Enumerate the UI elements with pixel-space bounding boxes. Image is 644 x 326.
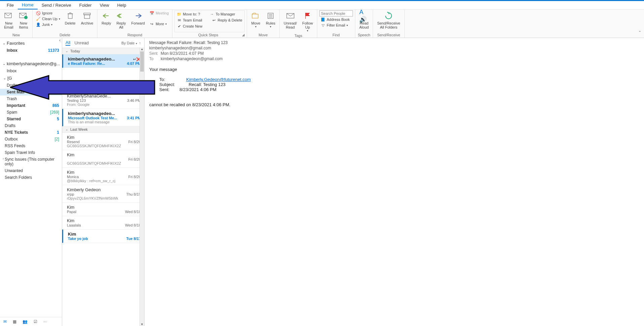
folder-sent-mail[interactable]: Sent Mail82 <box>0 89 62 95</box>
send-receive-all-button[interactable]: Send/Receive All Folders <box>375 10 402 30</box>
group-today[interactable]: ⌄Today <box>62 48 144 54</box>
folder-spam[interactable]: Spam[269] <box>0 109 62 116</box>
moveto-button[interactable]: 📁Move to: ? <box>175 11 201 17</box>
folder-trash[interactable]: Trash <box>0 95 62 102</box>
move-button[interactable]: Move▾ <box>249 10 263 29</box>
ribbon-group-new: New <box>2 32 30 38</box>
body-subject: Recall: Testing 123 <box>189 82 226 87</box>
message-list-pane: All Unread By Date ▾ ↑ ⌄Today kimberlysh… <box>62 38 145 326</box>
rules-button[interactable]: Rules▾ <box>264 10 277 29</box>
folder-inbox-fav[interactable]: Inbox11373 <box>0 47 62 54</box>
folder-drafts2[interactable]: Drafts <box>0 122 62 129</box>
message-item[interactable]: kimberlyshanagedeo...↩❌ e Recall Failure… <box>62 54 144 68</box>
menu-help[interactable]: Help <box>113 1 130 9</box>
message-item[interactable]: Kim LaaalalaWed 8/18 <box>62 216 144 230</box>
ignore-button[interactable]: 🚫Ignore <box>35 10 62 16</box>
to-manager-button[interactable]: →To Manager <box>208 11 236 17</box>
new-items-button[interactable]: New Items <box>17 10 30 30</box>
delete-button[interactable]: Delete <box>63 10 78 26</box>
message-item[interactable]: Kim PapalWed 8/18 <box>62 203 144 216</box>
archive-button[interactable]: Archive <box>79 10 95 26</box>
cleanup-button[interactable]: 🧹Clean Up▾ <box>35 16 62 22</box>
mail-plus-icon <box>19 11 28 21</box>
message-item[interactable]: Kim MonicaFri 8/20 @blikkyikky : ref=cm_… <box>62 168 144 185</box>
unread-read-button[interactable]: Unread/ Read <box>282 10 299 30</box>
message-item[interactable]: Kim Take yo jobTue 8/17 <box>62 230 144 243</box>
mail-icon: ✉ <box>177 18 182 23</box>
folder-arrow-icon: 📁 <box>177 12 182 16</box>
gmail-header[interactable]: ⌄[G <box>0 74 62 82</box>
more-button[interactable]: ↪More▾ <box>148 21 170 27</box>
message-item[interactable]: Kimberly Gedeon xrppThu 8/19 rDpyvZQL6mY… <box>62 185 144 203</box>
filter-email-button[interactable]: ▽Filter Email▾ <box>319 23 353 28</box>
account-header[interactable]: ⌄kimberlyshanagedeon@g... <box>0 60 62 68</box>
scrollbar-thumb[interactable] <box>140 51 144 72</box>
message-item[interactable]: Kim Fri 8/20 GC66GSSKJMTQFDMHFIKIX2Z <box>62 150 144 168</box>
folder-rss[interactable]: RSS Feeds <box>0 142 62 149</box>
folder-search[interactable]: Search Folders <box>0 174 62 181</box>
new-email-button[interactable]: New Email <box>2 10 15 30</box>
people-nav-icon[interactable]: 👥 <box>23 319 28 324</box>
folder-spain[interactable]: Spain Travel Info <box>0 149 62 156</box>
more-nav-icon[interactable]: ··· <box>43 319 47 324</box>
body-sent: 8/23/2021 4:06 PM <box>179 87 216 92</box>
followup-button[interactable]: Follow Up▾ <box>300 10 315 33</box>
folder-unwanted[interactable]: Unwanted <box>0 167 62 174</box>
team-email-button[interactable]: ✉Team Email <box>175 17 203 23</box>
folder-outbox[interactable]: Outbox[2] <box>0 136 62 142</box>
ribbon-collapse-icon[interactable]: ⌃ <box>638 30 641 35</box>
book-icon: 📘 <box>321 17 325 22</box>
broom-icon: 🧹 <box>36 16 41 21</box>
sort-by-date[interactable]: By Date ▾ <box>121 41 137 45</box>
ribbon-group-respond: Respond <box>99 32 170 38</box>
menu-send-receive[interactable]: Send / Receive <box>38 1 75 9</box>
read-aloud-button[interactable]: A🔊Read Aloud <box>357 10 371 30</box>
ribbon-group-find: Find <box>319 32 353 38</box>
mail-nav-icon[interactable]: ✉ <box>3 319 7 324</box>
chevron-down-icon: ▾ <box>255 25 256 28</box>
folder-sync[interactable]: ›Sync Issues (This computer only) <box>0 156 62 167</box>
junk-icon: 👤 <box>36 22 41 27</box>
address-book-button[interactable]: 📘Address Book <box>319 17 353 22</box>
meeting-button[interactable]: 📅Meeting <box>148 10 170 16</box>
filter-all[interactable]: All <box>66 40 70 46</box>
scroll-up-icon[interactable]: ▲ <box>140 47 144 51</box>
scroll-down-icon[interactable]: ▼ <box>140 323 144 326</box>
speaker-icon: A🔊 <box>359 11 369 21</box>
menu-home[interactable]: Home <box>18 1 38 9</box>
flag-icon <box>303 11 312 21</box>
message-item[interactable]: KimberlyShanaGede... Testing 1233:46 PM … <box>62 91 144 109</box>
collapse-folder-pane-icon[interactable]: ‹ <box>59 38 61 43</box>
forward-button[interactable]: Forward <box>129 10 147 26</box>
filter-unread[interactable]: Unread <box>74 40 89 45</box>
reply-all-button[interactable]: Reply All <box>114 10 128 30</box>
reply-button[interactable]: Reply <box>99 10 113 26</box>
create-new-button[interactable]: ✔Create New <box>175 24 204 29</box>
body-intro: Your message <box>149 67 639 72</box>
message-list-scrollbar[interactable]: ▲ ▼ <box>139 47 144 326</box>
folder-starred[interactable]: Starred5 <box>0 116 62 122</box>
tasks-nav-icon[interactable]: ☑ <box>34 319 37 324</box>
folder-inbox[interactable]: Inbox <box>0 68 62 74</box>
folder-nye[interactable]: NYE Tickets1 <box>0 129 62 136</box>
group-last-week[interactable]: ⌄Last Week <box>62 126 144 133</box>
search-people-input[interactable] <box>319 10 353 16</box>
favorites-header[interactable]: ⌄Favorites <box>0 39 62 47</box>
folder-pane: ‹ ⌄Favorites Inbox11373 ⌄kimberlyshanage… <box>0 38 62 326</box>
envelope-icon <box>286 11 295 21</box>
message-item[interactable]: kimberlyshanagedeo... Microsoft Outlook … <box>62 109 144 126</box>
sort-direction-icon[interactable]: ↑ <box>139 41 141 45</box>
menu-folder[interactable]: Folder <box>75 1 96 9</box>
message-item[interactable]: Kim ResendFri 8/20 GC66GSSKJMTQFDMHFIKIX… <box>62 133 144 150</box>
calendar-nav-icon[interactable]: ▦ <box>13 319 16 324</box>
calendar-icon: 📅 <box>150 11 154 15</box>
menu-file[interactable]: File <box>3 1 18 9</box>
chevron-down-icon: ▾ <box>51 23 52 26</box>
menu-view[interactable]: View <box>96 1 113 9</box>
junk-button[interactable]: 👤Junk▾ <box>35 22 62 27</box>
folder-drafts[interactable]: Drafts <box>0 82 62 89</box>
dialog-launcher-icon[interactable]: ◢ <box>242 33 245 37</box>
reply-delete-button[interactable]: ↩Reply & Delete <box>210 17 244 23</box>
folder-important[interactable]: Important865 <box>0 102 62 109</box>
body-to-link[interactable]: Kimberly.Gedeon@futurenet.com <box>186 77 251 82</box>
